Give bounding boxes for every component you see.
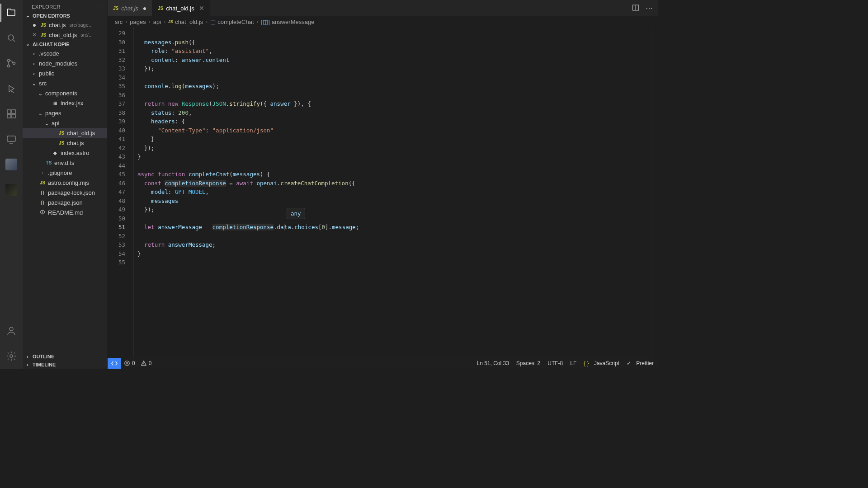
remote-icon[interactable] (0, 130, 22, 148)
breadcrumb-item[interactable]: ⬚completeChat (210, 19, 254, 25)
file-item[interactable]: {}package-lock.json (23, 188, 107, 197)
code-line[interactable]: } (137, 135, 652, 144)
code-line[interactable] (137, 232, 652, 241)
folder-item[interactable]: ›public (23, 68, 107, 78)
folder-item[interactable]: ⌄pages (23, 108, 107, 118)
folder-item[interactable]: ›node_modules (23, 58, 107, 68)
project-header[interactable]: ⌄ AI-CHAT KOPIE (23, 40, 107, 48)
language-mode[interactable]: { } JavaScript (584, 360, 619, 366)
variable-icon: [◫] (261, 19, 270, 25)
app-icon-1[interactable] (0, 155, 22, 174)
minimap[interactable] (652, 27, 658, 358)
file-item[interactable]: TSenv.d.ts (23, 158, 107, 168)
timeline-header[interactable]: › TIMELINE (23, 361, 107, 369)
breadcrumb-separator: › (125, 19, 127, 25)
search-icon[interactable] (0, 29, 22, 47)
app-icon-2[interactable] (0, 181, 22, 199)
svg-rect-8 (7, 136, 15, 141)
svg-point-3 (13, 62, 15, 65)
code-line[interactable]: status: 200, (137, 108, 652, 117)
close-icon[interactable]: ✕ (199, 5, 204, 12)
breadcrumb-item[interactable]: api (153, 19, 161, 25)
code-line[interactable]: headers: { (137, 117, 652, 126)
code-line[interactable]: role: "assistant", (137, 47, 652, 56)
svg-point-2 (8, 65, 10, 67)
file-item[interactable]: {}package.json (23, 197, 107, 207)
chevron-icon: › (31, 50, 37, 57)
folder-item[interactable]: ⌄src (23, 78, 107, 88)
code-line[interactable]: "Content-Type": "application/json" (137, 126, 652, 135)
code-line[interactable]: console.log(messages); (137, 82, 652, 91)
file-item[interactable]: ◦.gitignore (23, 168, 107, 178)
chevron-icon: ⌄ (43, 120, 50, 127)
folder-item[interactable]: ⌄components (23, 88, 107, 98)
open-editors-header[interactable]: ⌄ OPEN EDITORS (23, 11, 107, 20)
code-line[interactable]: content: answer.content (137, 56, 652, 65)
source-control-icon[interactable] (0, 54, 22, 72)
code-line[interactable]: messages (137, 197, 652, 206)
code-line[interactable]: }); (137, 144, 652, 153)
file-item[interactable]: JSchat_old.js (23, 128, 107, 138)
code-line[interactable]: }); (137, 64, 652, 73)
accounts-icon[interactable] (0, 322, 22, 340)
open-editor-item[interactable]: ✕JSchat_old.jssrc/... (23, 30, 107, 40)
code-line[interactable]: return answerMessage; (137, 240, 652, 249)
code-line[interactable]: let answerMessage = completionResponse.d… (137, 223, 652, 232)
svg-rect-7 (12, 114, 15, 118)
outline-header[interactable]: › OUTLINE (23, 352, 107, 361)
chevron-icon: ⌄ (31, 80, 37, 87)
code-line[interactable] (137, 258, 652, 267)
close-icon[interactable]: ✕ (31, 32, 38, 38)
code-line[interactable] (137, 29, 652, 38)
open-editor-item[interactable]: ●JSchat.jssrc/page... (23, 20, 107, 30)
code-line[interactable]: messages.push({ (137, 38, 652, 47)
folder-item[interactable]: ⌄api (23, 118, 107, 128)
eol[interactable]: LF (570, 360, 576, 366)
encoding[interactable]: UTF-8 (547, 360, 563, 366)
code-line[interactable] (137, 73, 652, 82)
modified-dot-icon: ● (31, 21, 38, 28)
breadcrumb-item[interactable]: pages (130, 19, 146, 25)
breadcrumb-item[interactable]: src (115, 19, 123, 25)
code-line[interactable]: } (137, 152, 652, 161)
editor-tab[interactable]: JSchat.js● (108, 0, 152, 16)
code-line[interactable]: }); (137, 205, 652, 214)
chevron-down-icon: ⌄ (24, 41, 31, 47)
explorer-more-icon[interactable]: ⋯ (97, 4, 102, 9)
breadcrumb-item[interactable]: [◫]answerMessage (261, 19, 315, 25)
problems-warnings[interactable]: 0 (141, 360, 152, 366)
settings-icon[interactable] (0, 347, 22, 365)
folder-item[interactable]: ›.vscode (23, 48, 107, 58)
remote-indicator[interactable] (108, 358, 121, 369)
problems-errors[interactable]: 0 (124, 360, 135, 366)
file-icon: JS (168, 19, 173, 24)
cursor-position[interactable]: Ln 51, Col 33 (476, 360, 509, 366)
file-icon: JS (40, 23, 47, 28)
code-line[interactable]: async function completeChat(messages) { (137, 170, 652, 179)
breadcrumb-item[interactable]: JSchat_old.js (168, 19, 203, 25)
code-line[interactable]: } (137, 249, 652, 258)
code-line[interactable]: const completionResponse = await openai.… (137, 179, 652, 188)
file-item[interactable]: ⓘREADME.md (23, 207, 107, 217)
extensions-icon[interactable] (0, 105, 22, 123)
code-line[interactable]: model: GPT_MODEL, (137, 188, 652, 197)
split-editor-icon[interactable] (632, 4, 639, 13)
chevron-right-icon: › (24, 354, 31, 359)
file-item[interactable]: ⊞index.jsx (23, 98, 107, 108)
svg-rect-5 (12, 110, 15, 113)
file-item[interactable]: JSchat.js (23, 138, 107, 148)
editor-tab[interactable]: JSchat_old.js✕ (152, 0, 210, 16)
explorer-icon[interactable] (0, 4, 22, 22)
code-line[interactable]: return new Response(JSON.stringify({ ans… (137, 99, 652, 108)
run-debug-icon[interactable] (0, 80, 22, 98)
file-item[interactable]: ◆index.astro (23, 148, 107, 158)
code-line[interactable] (137, 161, 652, 170)
code-line[interactable] (137, 91, 652, 100)
breadcrumb-separator: › (257, 19, 259, 25)
sidebar: EXPLORER ⋯ ⌄ OPEN EDITORS ●JSchat.jssrc/… (23, 0, 108, 369)
more-actions-icon[interactable]: ⋯ (646, 4, 653, 13)
code-line[interactable] (137, 214, 652, 223)
prettier-status[interactable]: ✓ Prettier (627, 360, 654, 366)
indentation[interactable]: Spaces: 2 (516, 360, 540, 366)
file-item[interactable]: JSastro.config.mjs (23, 178, 107, 188)
